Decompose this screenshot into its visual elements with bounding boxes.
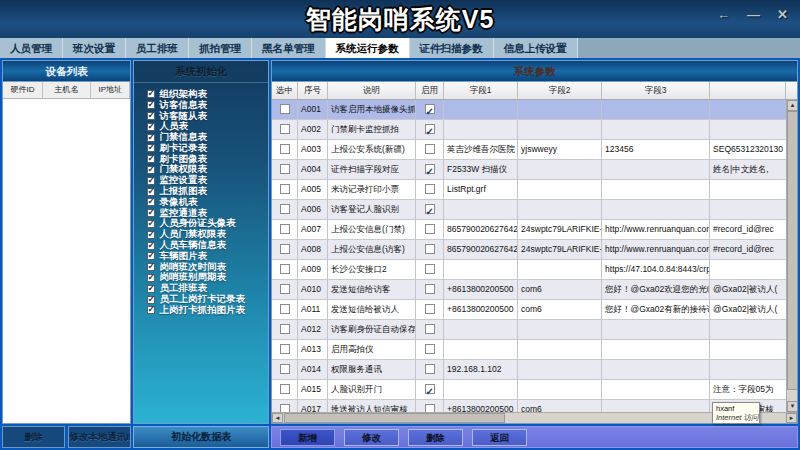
table-row[interactable]: A011发送短信给被访人+8613800200500com6您好！@Gxa02有… [272,300,797,320]
init-checkbox-item[interactable]: 上岗打卡抓拍图片表 [147,305,264,316]
select-checkbox-icon[interactable] [280,324,290,334]
scroll-left-icon[interactable]: ◄ [272,413,283,423]
enabled-cell[interactable] [416,240,444,259]
checkbox-icon[interactable] [147,177,155,185]
checkbox-icon[interactable] [147,274,155,282]
enabled-checkbox-icon[interactable] [425,124,435,134]
select-checkbox-icon[interactable] [280,344,290,354]
table-row[interactable]: A005来访记录打印小票ListRpt.grf [272,180,797,200]
modify-local-ip-button[interactable]: 修改本地通讯IP [68,426,131,448]
table-row[interactable]: A003上报公安系统(新疆)英吉沙维吾尔医院yjswweyy123456SEQ6… [272,140,797,160]
select-checkbox-icon[interactable] [280,224,290,234]
enabled-checkbox-icon[interactable] [425,384,435,394]
select-cell[interactable] [272,300,298,319]
select-cell[interactable] [272,340,298,359]
select-cell[interactable] [272,140,298,159]
checkbox-icon[interactable] [147,285,155,293]
enabled-checkbox-icon[interactable] [425,204,435,214]
checkbox-icon[interactable] [147,144,155,152]
enabled-cell[interactable] [416,100,444,119]
scroll-down-icon[interactable]: ▼ [787,401,797,412]
checkbox-icon[interactable] [147,188,155,196]
checkbox-icon[interactable] [147,306,155,314]
select-cell[interactable] [272,160,298,179]
vertical-scrollbar[interactable]: ▲ ▼ [786,100,797,412]
delete-device-button[interactable]: 删除 [2,426,65,448]
select-cell[interactable] [272,180,298,199]
select-checkbox-icon[interactable] [280,284,290,294]
enabled-checkbox-icon[interactable] [425,284,435,294]
delete-button[interactable]: 删除 [408,429,463,446]
enabled-checkbox-icon[interactable] [425,264,435,274]
scroll-up-icon[interactable]: ▲ [787,100,797,111]
table-row[interactable]: A006访客登记人脸识别 [272,200,797,220]
enabled-cell[interactable] [416,200,444,219]
select-checkbox-icon[interactable] [280,144,290,154]
close-icon[interactable]: ✕ [777,8,788,22]
checkbox-icon[interactable] [147,112,155,120]
modify-button[interactable]: 修改 [344,429,399,446]
table-row[interactable]: A004证件扫描字段对应F2533W 扫描仪姓名|中文姓名, [272,160,797,180]
checkbox-icon[interactable] [147,242,155,250]
select-cell[interactable] [272,120,298,139]
table-row[interactable]: A015人脸识别开门注意：字段05为 [272,380,797,400]
select-checkbox-icon[interactable] [280,104,290,114]
checkbox-icon[interactable] [147,252,155,260]
select-cell[interactable] [272,200,298,219]
minimize-icon[interactable]: — [747,8,760,22]
enabled-cell[interactable] [416,120,444,139]
enabled-checkbox-icon[interactable] [425,244,435,254]
checkbox-icon[interactable] [147,166,155,174]
select-checkbox-icon[interactable] [280,364,290,374]
horizontal-scroll-thumb[interactable] [284,413,504,423]
return-button[interactable]: 返回 [472,429,527,446]
enabled-cell[interactable] [416,180,444,199]
checkbox-icon[interactable] [147,220,155,228]
checkbox-icon[interactable] [147,155,155,163]
tab-6[interactable]: 系统运行参数 [326,38,410,58]
select-checkbox-icon[interactable] [280,204,290,214]
tab-3[interactable]: 员工排班 [126,38,189,58]
table-row[interactable]: A012访客刷身份证自动保存 [272,320,797,340]
checkbox-icon[interactable] [147,101,155,109]
enabled-cell[interactable] [416,280,444,299]
tab-7[interactable]: 证件扫描参数 [410,38,494,58]
select-checkbox-icon[interactable] [280,124,290,134]
tab-1[interactable]: 人员管理 [0,38,63,58]
init-data-tables-button[interactable]: 初始化数据表 [133,426,269,448]
enabled-checkbox-icon[interactable] [425,324,435,334]
enabled-cell[interactable] [416,360,444,379]
table-row[interactable]: A008上报公安信息(访客)86579002062764224swptc79LA… [272,240,797,260]
checkbox-icon[interactable] [147,198,155,206]
enabled-checkbox-icon[interactable] [425,304,435,314]
tab-4[interactable]: 抓拍管理 [189,38,252,58]
enabled-checkbox-icon[interactable] [425,344,435,354]
table-row[interactable]: A013启用高拍仪 [272,340,797,360]
enabled-checkbox-icon[interactable] [425,364,435,374]
enabled-cell[interactable] [416,220,444,239]
add-button[interactable]: 新增 [280,429,335,446]
table-row[interactable]: A009长沙公安接口2https://47.104.0.84:8443/crp [272,260,797,280]
device-table-body[interactable] [3,99,130,423]
checkbox-icon[interactable] [147,134,155,142]
select-checkbox-icon[interactable] [280,304,290,314]
enabled-cell[interactable] [416,380,444,399]
back-icon[interactable]: ← [717,8,730,22]
select-checkbox-icon[interactable] [280,164,290,174]
checkbox-icon[interactable] [147,231,155,239]
checkbox-icon[interactable] [147,263,155,271]
enabled-checkbox-icon[interactable] [425,184,435,194]
select-cell[interactable] [272,280,298,299]
table-row[interactable]: A010发送短信给访客+8613800200500com6您好！@Gxa02欢迎… [272,280,797,300]
enabled-checkbox-icon[interactable] [425,104,435,114]
enabled-cell[interactable] [416,340,444,359]
enabled-cell[interactable] [416,140,444,159]
select-cell[interactable] [272,360,298,379]
checkbox-icon[interactable] [147,209,155,217]
enabled-checkbox-icon[interactable] [425,404,435,412]
select-checkbox-icon[interactable] [280,404,290,412]
scroll-right-icon[interactable]: ► [786,413,797,423]
select-checkbox-icon[interactable] [280,384,290,394]
checkbox-icon[interactable] [147,90,155,98]
enabled-cell[interactable] [416,300,444,319]
